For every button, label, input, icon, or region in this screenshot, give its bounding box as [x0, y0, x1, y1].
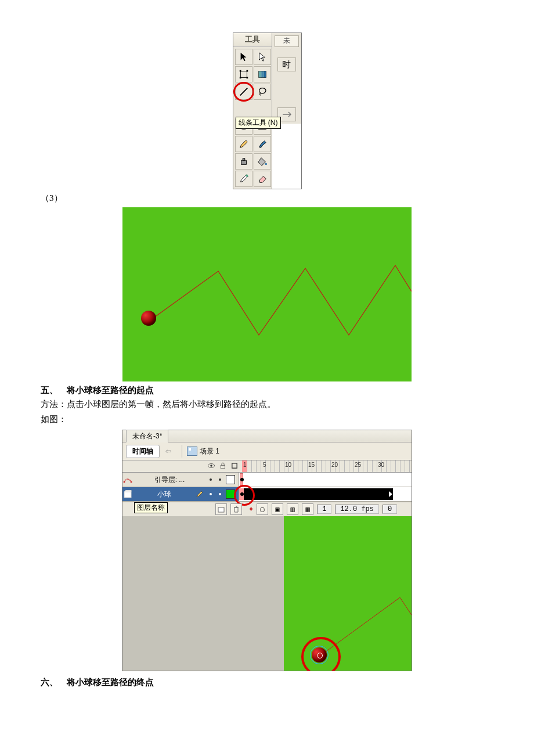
- selection-tool[interactable]: [235, 49, 252, 65]
- elapsed-display: 0: [383, 505, 397, 514]
- timeline-status-bar: 图层名称 ♦ ▢ ▣ ▥ ▦ 1 12.0 fps 0: [122, 502, 412, 516]
- subselection-tool[interactable]: [254, 49, 271, 65]
- svg-point-18: [124, 481, 125, 483]
- svg-point-19: [131, 481, 132, 483]
- layer-name-tooltip: 图层名称: [134, 502, 168, 513]
- stage-canvas[interactable]: [122, 516, 412, 671]
- svg-rect-3: [239, 77, 241, 79]
- pencil-tool[interactable]: [235, 136, 252, 152]
- fps-display: 12.0 fps: [335, 505, 379, 514]
- svg-rect-17: [232, 463, 237, 467]
- clock-icon: 时: [282, 59, 291, 70]
- motion-path: [122, 207, 412, 381]
- svg-rect-4: [246, 77, 248, 79]
- scene-label: 场景 1: [200, 447, 219, 456]
- gradient-transform-tool[interactable]: [254, 66, 271, 82]
- svg-rect-8: [264, 71, 266, 78]
- eraser-tool[interactable]: [254, 171, 271, 187]
- timeline-tab[interactable]: 时间轴: [126, 445, 160, 458]
- adjacent-button-1[interactable]: 时: [277, 57, 296, 71]
- guide-layer-track[interactable]: [239, 473, 412, 487]
- brush-tool[interactable]: [254, 136, 271, 152]
- onion-skin-button-4[interactable]: ▦: [302, 503, 313, 515]
- onion-skin-button-1[interactable]: ▢: [257, 503, 268, 515]
- new-layer-button[interactable]: [215, 503, 227, 515]
- ball-layer-row[interactable]: 小球: [122, 487, 412, 502]
- scene-icon: [187, 447, 197, 456]
- paint-bucket-tool[interactable]: [254, 153, 271, 170]
- svg-rect-20: [124, 492, 131, 498]
- scene-button[interactable]: 场景 1: [187, 447, 219, 456]
- svg-rect-6: [258, 71, 261, 78]
- section5-fig-label: 如图：: [41, 412, 493, 426]
- back-icon[interactable]: ⇦: [165, 447, 171, 455]
- guide-layer-icon: [122, 475, 133, 484]
- section5-title: 将小球移至路径的起点: [67, 386, 154, 395]
- svg-point-12: [265, 163, 267, 165]
- svg-line-9: [240, 88, 247, 96]
- section6-heading: 六、 将小球移至路径的终点: [41, 677, 493, 688]
- step3-label: （3）: [41, 193, 493, 204]
- svg-rect-7: [261, 71, 264, 78]
- onion-skin-button-3[interactable]: ▥: [287, 503, 298, 515]
- guide-layer-name: 引导层: ...: [133, 475, 205, 485]
- outline-icon[interactable]: [230, 462, 239, 471]
- section6-title: 将小球移至路径的终点: [67, 678, 154, 687]
- ink-bottle-tool[interactable]: [235, 153, 252, 170]
- svg-rect-21: [218, 507, 224, 512]
- ball-layer-track[interactable]: [239, 487, 412, 501]
- section5-heading: 五、 将小球移至路径的起点: [41, 385, 493, 396]
- lock-icon[interactable]: [219, 462, 227, 471]
- eye-icon[interactable]: [207, 462, 215, 471]
- section5-method: 方法：点击小球图层的第一帧，然后将小球移到路径的起点。: [41, 397, 493, 411]
- document-tab[interactable]: 未命名-3*: [126, 430, 168, 442]
- delete-layer-button[interactable]: [230, 503, 242, 515]
- adjacent-panel: 未 时: [272, 33, 301, 124]
- layer-icon: [122, 490, 133, 498]
- svg-rect-0: [240, 71, 247, 78]
- ball-layer-swatch[interactable]: [226, 489, 235, 499]
- adjacent-tab[interactable]: 未: [275, 35, 299, 47]
- svg-rect-1: [239, 70, 241, 72]
- current-frame: 1: [317, 505, 331, 514]
- guide-layer-row[interactable]: 引导层: ...: [122, 473, 412, 487]
- section6-num: 六、: [41, 678, 58, 687]
- eyedropper-tool[interactable]: [235, 171, 252, 187]
- tools-panel: 工具 线条工具 (N): [233, 33, 272, 189]
- line-tool-tooltip: 线条工具 (N): [236, 117, 281, 129]
- section5-num: 五、: [41, 386, 58, 395]
- ball-layer-name: 小球: [133, 489, 194, 499]
- guide-layer-swatch[interactable]: [226, 475, 235, 484]
- ball-graphic: [141, 311, 156, 326]
- line-tool[interactable]: [235, 84, 252, 100]
- lasso-tool[interactable]: [254, 84, 271, 100]
- svg-point-15: [210, 465, 212, 467]
- onion-skin-button-2[interactable]: ▣: [272, 503, 283, 515]
- free-transform-tool[interactable]: [235, 66, 252, 82]
- svg-point-13: [246, 175, 248, 177]
- timeline-screenshot: 未命名-3* 时间轴 ⇦ 场景 1 1 5 10 15 20 25 30: [122, 430, 412, 671]
- stage-zigzag-figure: [41, 207, 493, 381]
- frame-ruler: 1 5 10 15 20 25 30: [122, 460, 412, 473]
- tools-title: 工具: [233, 33, 272, 47]
- tools-panel-figure: 工具 线条工具 (N): [41, 33, 493, 189]
- svg-rect-2: [246, 70, 248, 72]
- svg-rect-16: [221, 465, 225, 469]
- pencil-icon: [194, 490, 205, 498]
